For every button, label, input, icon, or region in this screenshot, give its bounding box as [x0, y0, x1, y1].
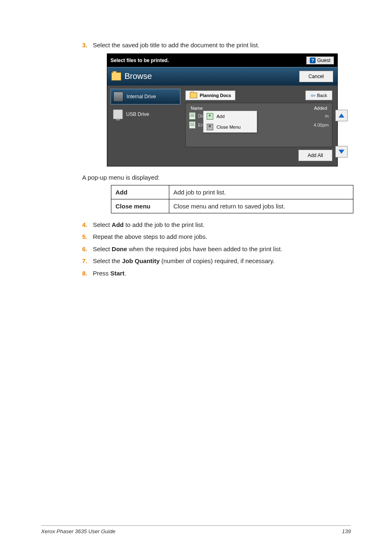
popup-table-close-val: Close menu and return to saved jobs list…	[169, 199, 353, 213]
col-added: Added	[314, 106, 327, 111]
touchscreen-screenshot: Select files to be printed. ? Guest Brow…	[107, 53, 338, 166]
screen-title: Select files to be printed.	[111, 58, 169, 63]
back-label: Back	[317, 93, 327, 98]
cancel-button[interactable]: Cancel	[299, 71, 333, 82]
step-number-5: 5.	[82, 233, 93, 240]
step-text-5: Repeat the above steps to add more jobs.	[93, 233, 208, 241]
back-arrow-icon: ⇦	[311, 92, 316, 98]
drive-internal[interactable]: Internal Drive	[111, 89, 180, 104]
browse-heading: Browse	[111, 72, 152, 81]
step-text-8: Press Start.	[93, 269, 126, 278]
popup-add-label: Add	[217, 114, 225, 119]
back-button[interactable]: ⇦ Back	[305, 90, 332, 100]
add-all-button[interactable]: Add All	[298, 150, 332, 161]
step-text-7: Select the Job Quantity (number of copie…	[93, 257, 274, 265]
col-name: Name	[191, 106, 203, 111]
help-icon: ?	[310, 58, 316, 63]
usb-icon	[113, 109, 123, 119]
current-folder-label: Planning Docs	[200, 93, 231, 98]
step-text-4: Select Add to add the job to the print l…	[93, 221, 205, 229]
step-number-8: 8.	[82, 270, 93, 277]
scroll-down-button[interactable]	[335, 146, 348, 157]
hdd-icon	[113, 92, 123, 102]
popup-table-add-val: Add job to print list.	[169, 185, 353, 199]
step-number-4: 4.	[82, 221, 93, 228]
browse-folder-icon	[111, 72, 121, 81]
popup-add[interactable]: Add	[203, 111, 257, 122]
guest-label: Guest	[317, 58, 330, 63]
step-number-6: 6.	[82, 245, 93, 252]
current-folder[interactable]: Planning Docs	[185, 90, 235, 100]
folder-icon	[190, 92, 197, 98]
popup-table-close-key: Close menu	[111, 199, 169, 213]
guest-button[interactable]: ? Guest	[306, 56, 334, 65]
scroll-up-button[interactable]	[335, 110, 348, 121]
step-text-6: Select Done when the required jobs have …	[93, 245, 282, 253]
step-text-3: Select the saved job title to add the do…	[93, 41, 259, 49]
step-number-3: 3.	[82, 42, 93, 49]
popup-table-add-key: Add	[111, 185, 169, 199]
document-icon	[189, 112, 196, 120]
drive-list: Internal Drive USB Drive	[111, 89, 180, 163]
footer-page-number: 139	[342, 528, 351, 534]
file-listing: Name Added Dis m Endeavors 4.00pm	[185, 103, 332, 147]
popup-description-table: Add Add job to print list. Close menu Cl…	[111, 185, 353, 213]
popup-close-menu[interactable]: Close Menu	[203, 122, 257, 132]
popup-intro-text: A pop-up menu is displayed:	[82, 174, 351, 181]
footer-left: Xerox Phaser 3635 User Guide	[41, 528, 115, 534]
file-row-1-added: m	[325, 113, 329, 118]
close-icon	[207, 124, 213, 130]
popup-close-label: Close Menu	[217, 125, 241, 130]
add-icon	[207, 113, 213, 120]
chevron-up-icon	[339, 113, 344, 118]
file-pane: Planning Docs ⇦ Back Name Added Dis	[184, 89, 334, 163]
drive-usb-label: USB Drive	[126, 111, 149, 117]
browse-text: Browse	[125, 72, 152, 81]
chevron-down-icon	[339, 150, 344, 154]
step-number-7: 7.	[82, 257, 93, 264]
drive-usb[interactable]: USB Drive	[111, 107, 180, 122]
file-row-2-added: 4.00pm	[314, 123, 329, 127]
document-icon	[189, 121, 196, 129]
context-popup: Add Close Menu	[203, 111, 257, 133]
drive-internal-label: Internal Drive	[127, 94, 156, 99]
